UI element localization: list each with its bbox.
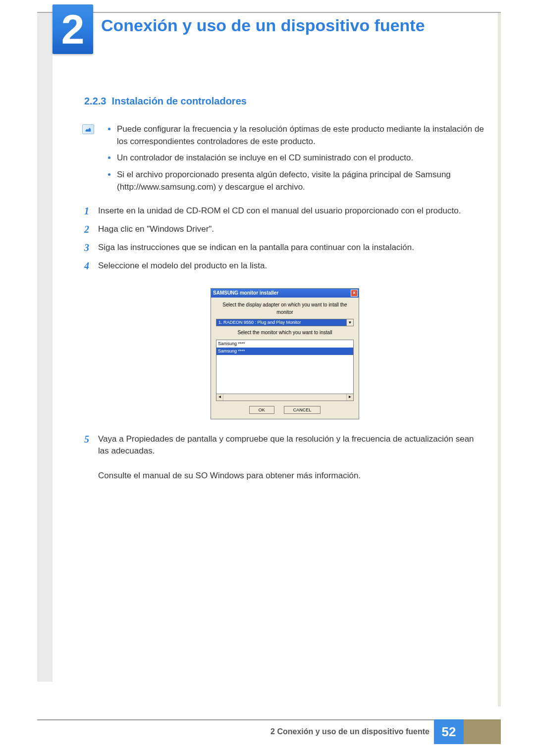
step-text: Seleccione el modelo del producto en la … (98, 259, 485, 273)
note-icon (82, 124, 94, 134)
step5-main: Vaya a Propiedades de pantalla y comprue… (98, 434, 474, 456)
step-row: 5 Vaya a Propiedades de pantalla y compr… (84, 432, 485, 482)
step-text: Haga clic en "Windows Driver". (98, 222, 485, 237)
right-strip (498, 12, 501, 706)
step-number: 4 (84, 259, 98, 273)
note-item: Un controlador de instalación se incluye… (108, 152, 485, 164)
installer-buttons: OK CANCEL (216, 406, 354, 414)
step-text: Vaya a Propiedades de pantalla y comprue… (98, 432, 485, 482)
note-block: Puede configurar la frecuencia y la reso… (84, 123, 485, 193)
footer-chapter-text: 2 Conexión y uso de un dispositivo fuent… (270, 719, 429, 744)
installer-label-mid: Select the monitor which you want to ins… (216, 329, 354, 337)
note-item: Puede configurar la frecuencia y la reso… (108, 123, 485, 148)
step-text: Siga las instrucciones que se indican en… (98, 241, 485, 255)
section-number: 2.2.3 (84, 96, 106, 106)
top-rule (37, 12, 501, 13)
chapter-title: Conexión y uso de un dispositivo fuente (101, 16, 425, 35)
step-number: 3 (84, 241, 98, 255)
scroll-left-icon[interactable]: ◄ (216, 394, 223, 401)
step-number: 2 (84, 222, 98, 237)
footer-page-number: 52 (434, 719, 464, 744)
step-text: Inserte en la unidad de CD-ROM el CD con… (98, 204, 485, 218)
monitor-listbox[interactable]: Samsung **** Samsung **** (216, 340, 354, 394)
cancel-button[interactable]: CANCEL (284, 406, 321, 414)
note-list: Puede configurar la frecuencia y la reso… (108, 123, 485, 193)
page: 2 Conexión y uso de un dispositivo fuent… (0, 0, 535, 756)
step-row: 3 Siga las instrucciones que se indican … (84, 241, 485, 255)
list-item[interactable]: Samsung **** (216, 340, 353, 348)
footer-rule (37, 719, 501, 744)
step-list-continued: 5 Vaya a Propiedades de pantalla y compr… (84, 432, 485, 482)
content-area: 2.2.3 Instalación de controladores Puede… (84, 94, 485, 486)
footer: 2 Conexión y uso de un dispositivo fuent… (37, 719, 501, 744)
section-heading: 2.2.3 Instalación de controladores (84, 94, 485, 108)
adapter-combobox[interactable]: 1. RADEON 9550 : Plug and Play Monitor ▼ (216, 319, 354, 326)
list-item[interactable]: Samsung **** (216, 348, 353, 355)
note-item: Si el archivo proporcionado presenta alg… (108, 169, 485, 193)
section-title: Instalación de controladores (112, 96, 247, 106)
horizontal-scrollbar[interactable]: ◄ ► (216, 394, 354, 401)
installer-window: SAMSUNG monitor installer × Select the d… (211, 288, 359, 419)
scroll-right-icon[interactable]: ► (346, 394, 353, 401)
step-row: 1 Inserte en la unidad de CD-ROM el CD c… (84, 204, 485, 218)
close-icon[interactable]: × (351, 290, 358, 297)
footer-beige-block (464, 719, 501, 744)
step-number: 1 (84, 204, 98, 218)
step5-extra: Consulte el manual de su SO Windows para… (98, 471, 361, 480)
installer-titlebar: SAMSUNG monitor installer × (211, 289, 359, 298)
combobox-value: 1. RADEON 9550 : Plug and Play Monitor (216, 319, 346, 326)
step-list: 1 Inserte en la unidad de CD-ROM el CD c… (84, 204, 485, 273)
chapter-number: 2 (53, 4, 93, 54)
chapter-badge: 2 (53, 4, 93, 54)
step-row: 2 Haga clic en "Windows Driver". (84, 222, 485, 237)
step-row: 4 Seleccione el modelo del producto en l… (84, 259, 485, 273)
installer-title-text: SAMSUNG monitor installer (213, 290, 278, 297)
installer-label-top: Select the display adapter on which you … (216, 302, 354, 316)
chevron-down-icon[interactable]: ▼ (346, 319, 353, 326)
step-number: 5 (84, 432, 98, 482)
installer-body: Select the display adapter on which you … (211, 298, 359, 419)
ok-button[interactable]: OK (249, 406, 274, 414)
left-margin (37, 12, 53, 682)
